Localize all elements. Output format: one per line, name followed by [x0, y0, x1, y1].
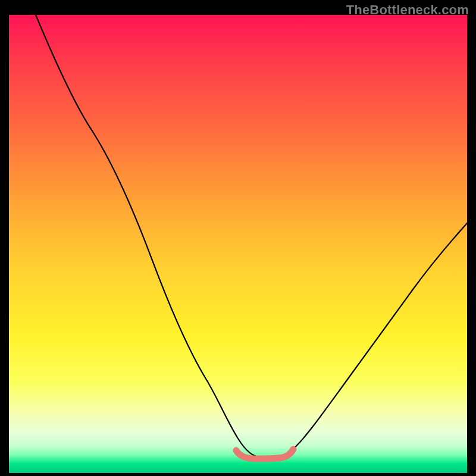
bottleneck-curve	[36, 15, 467, 458]
chart-svg	[9, 15, 467, 473]
bottom-highlight	[236, 449, 293, 459]
